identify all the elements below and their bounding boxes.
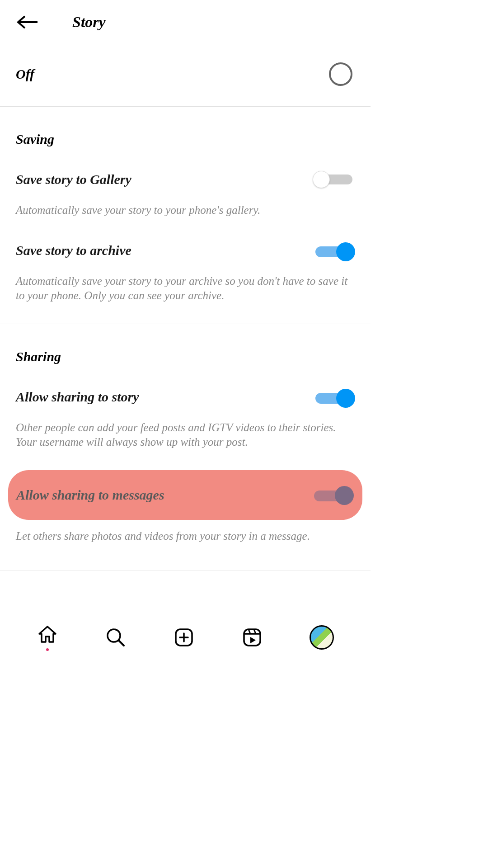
nav-reels[interactable] [241, 627, 263, 648]
home-icon [37, 624, 58, 646]
save-archive-label: Save story to archive [16, 243, 131, 258]
search-icon [105, 627, 127, 648]
section-header-sharing: Sharing [0, 324, 371, 382]
profile-avatar-icon [310, 625, 334, 650]
toggle-knob [336, 242, 355, 261]
save-gallery-toggle[interactable] [315, 172, 352, 187]
divider [0, 571, 371, 571]
allow-share-story-label: Allow sharing to story [16, 389, 139, 405]
header: Story [0, 0, 371, 44]
nav-search[interactable] [105, 627, 127, 648]
allow-share-messages-label: Allow sharing to messages [16, 487, 164, 503]
reels-icon [241, 627, 263, 648]
off-option-row[interactable]: Off [0, 44, 371, 107]
save-gallery-row[interactable]: Save story to Gallery [0, 165, 371, 192]
nav-add[interactable] [173, 627, 195, 648]
section-header-saving: Saving [0, 107, 371, 165]
save-gallery-label: Save story to Gallery [16, 172, 131, 187]
allow-share-story-row[interactable]: Allow sharing to story [0, 382, 371, 409]
allow-share-story-description: Other people can add your feed posts and… [0, 409, 371, 463]
off-label: Off [16, 66, 34, 82]
toggle-knob [335, 486, 354, 505]
allow-share-story-toggle[interactable] [315, 390, 352, 404]
bottom-nav [0, 615, 371, 660]
radio-unchecked-icon[interactable] [329, 62, 352, 86]
allow-share-messages-row-highlighted[interactable]: Allow sharing to messages [8, 470, 362, 520]
allow-share-messages-description: Let others share photos and videos from … [0, 522, 371, 557]
save-archive-toggle[interactable] [315, 243, 352, 258]
back-button[interactable] [16, 15, 38, 29]
plus-square-icon [173, 627, 195, 648]
save-gallery-description: Automatically save your story to your ph… [0, 192, 371, 231]
save-archive-row[interactable]: Save story to archive [0, 231, 371, 263]
toggle-knob [336, 389, 355, 408]
allow-share-messages-toggle[interactable] [314, 486, 351, 504]
page-title: Story [72, 14, 106, 31]
save-archive-description: Automatically save your story to your ar… [0, 263, 371, 317]
svg-rect-6 [244, 629, 260, 646]
svg-line-2 [119, 641, 124, 646]
notification-dot-icon [46, 648, 49, 651]
nav-home[interactable] [37, 624, 58, 651]
nav-profile[interactable] [310, 625, 334, 650]
arrow-left-icon [16, 15, 38, 29]
toggle-knob [313, 171, 330, 188]
